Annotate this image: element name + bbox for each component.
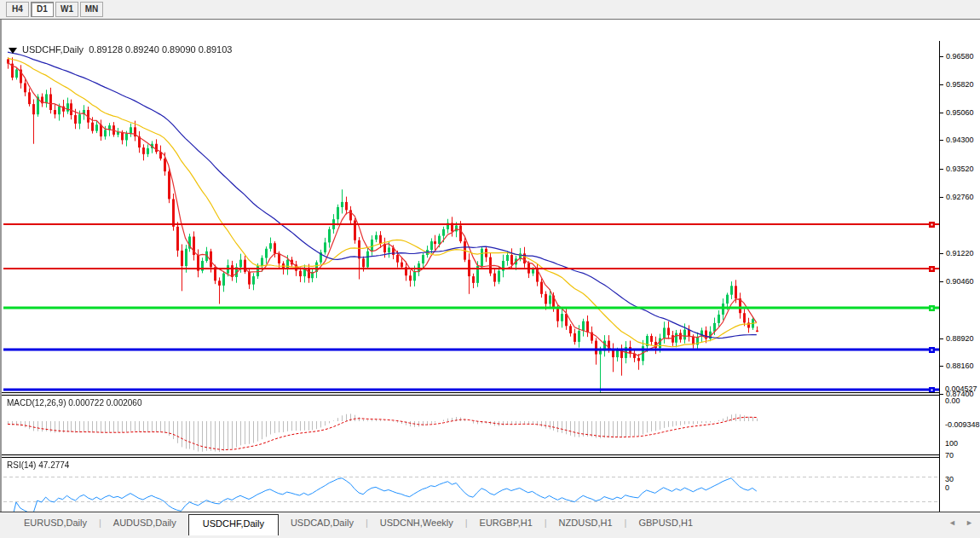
rsi-label: RSI(14) 47.2774: [7, 460, 69, 470]
rsi-name: RSI(14): [7, 460, 36, 470]
price-tick-label: 0.95060: [946, 108, 974, 117]
chart-title-row: USDCHF,Daily 0.89128 0.89240 0.89090 0.8…: [9, 44, 232, 55]
timeframe-button-h4[interactable]: H4: [6, 2, 29, 17]
price-chart-canvas[interactable]: [3, 41, 939, 392]
chart-window: USDCHF,Daily 0.89128 0.89240 0.89090 0.8…: [0, 20, 980, 512]
macd-axis-label: 0.004527: [945, 385, 977, 393]
price-tick-mark: [940, 394, 943, 395]
price-tick-mark: [940, 84, 943, 85]
chart-tab-gbpusd[interactable]: GBPUSD,H1: [626, 512, 705, 532]
chart-tab-audusd[interactable]: AUDUSD,Daily: [101, 512, 188, 532]
price-tick-mark: [940, 56, 943, 57]
rsi-value: 47.2774: [38, 460, 69, 470]
chart-tab-eurusd[interactable]: EURUSD,Daily: [12, 512, 99, 532]
chart-menu-icon[interactable]: [9, 48, 17, 54]
price-tick-mark: [940, 140, 943, 141]
tabs-scroll-left-icon[interactable]: ◄: [948, 518, 956, 527]
chart-tab-usdcnh[interactable]: USDCNH,Weekly: [368, 512, 465, 532]
price-tick-label: 0.88160: [946, 362, 974, 370]
price-tick-mark: [940, 253, 943, 254]
price-tick-label: 0.91220: [946, 249, 974, 257]
price-tick-label: 0.88920: [946, 334, 974, 343]
timeframe-button-d1[interactable]: D1: [31, 2, 54, 17]
price-tick-label: 0.95820: [946, 80, 974, 89]
chart-tab-nzdusd[interactable]: NZDUSD,H1: [547, 512, 625, 532]
price-tick-mark: [940, 197, 943, 198]
price-tick-label: 0.96580: [946, 52, 974, 61]
timeframe-button-mn[interactable]: MN: [80, 2, 103, 17]
rsi-axis-label: 30: [945, 475, 954, 483]
macd-values: 0.000722 0.002060: [68, 398, 141, 408]
price-tick-label: 0.92760: [946, 193, 974, 201]
price-tick-mark: [940, 281, 943, 282]
macd-axis-label: 0.00: [945, 396, 960, 405]
chart-tab-usdcad[interactable]: USDCAD,Daily: [279, 512, 366, 532]
price-tick-mark: [940, 338, 943, 339]
chart-symbol-label: USDCHF,Daily: [22, 44, 84, 55]
price-tick-mark: [940, 113, 943, 113]
macd-axis-label: -0.009348: [945, 420, 980, 429]
chart-ohlc-values: 0.89128 0.89240 0.89090 0.89103: [89, 44, 232, 55]
chart-tab-eurgbp[interactable]: EURGBP,H1: [468, 512, 545, 532]
tabs-scroll-right-icon[interactable]: ►: [966, 518, 973, 527]
price-tick-label: 0.93520: [946, 165, 974, 173]
price-tick-label: 0.90460: [946, 277, 974, 286]
macd-name: MACD(12,26,9): [7, 398, 66, 408]
timeframe-button-w1[interactable]: W1: [55, 2, 78, 17]
timeframe-toolbar: H4D1W1MN: [0, 0, 980, 20]
price-tick-mark: [940, 169, 943, 170]
rsi-axis-label: 0: [945, 483, 949, 492]
macd-label: MACD(12,26,9) 0.000722 0.002060: [7, 398, 141, 408]
rsi-axis-label: 70: [945, 451, 954, 460]
rsi-panel-canvas[interactable]: [3, 458, 939, 514]
price-tick-label: 0.94300: [946, 136, 974, 144]
chart-tab-usdchf[interactable]: USDCHF,Daily: [188, 514, 279, 535]
mt4-window: H4D1W1MN USDCHF,Daily 0.89128 0.89240 0.…: [0, 0, 980, 538]
chart-tabs: EURUSD,Daily|AUDUSD,DailyUSDCHF,DailyUSD…: [0, 512, 980, 535]
rsi-axis-label: 100: [945, 439, 958, 448]
macd-panel-canvas[interactable]: [3, 396, 939, 454]
price-tick-mark: [940, 366, 943, 367]
